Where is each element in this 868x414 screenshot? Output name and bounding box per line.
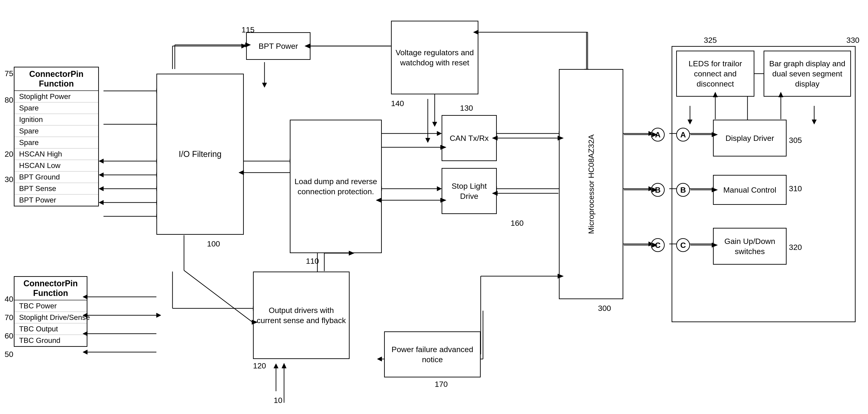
leds-trailer-box: LEDS for trailor connect and disconnect xyxy=(676,51,754,97)
row-hscan-high: HSCAN High xyxy=(14,148,98,160)
microprocessor-label: Microprocessor HC08AZ32A xyxy=(586,135,596,234)
ref-60: 60 xyxy=(5,331,13,341)
manual-control-box: Manual Control xyxy=(713,175,786,205)
row-spare-1: Spare xyxy=(14,102,98,114)
svg-marker-63 xyxy=(274,364,278,368)
ref-70: 70 xyxy=(5,313,13,322)
io-filtering-box: I/O Filtering xyxy=(156,73,244,235)
ref-75: 75 xyxy=(5,69,13,78)
svg-marker-11 xyxy=(99,186,103,191)
ref-160: 160 xyxy=(510,218,524,228)
circle-a-right: A xyxy=(676,128,690,142)
bar-graph-box: Bar graph display and dual seven segment… xyxy=(764,51,851,97)
ref-305: 305 xyxy=(789,136,802,145)
ref-40: 40 xyxy=(5,295,13,303)
svg-marker-22 xyxy=(156,313,161,318)
ref-140: 140 xyxy=(391,99,404,108)
ref-30: 30 xyxy=(5,175,13,184)
svg-marker-8 xyxy=(99,173,103,177)
row-tbc-ground: TBC Ground xyxy=(14,335,87,346)
svg-marker-37 xyxy=(426,138,430,143)
display-driver-box: Display Driver xyxy=(713,120,786,156)
row-spare-2: Spare xyxy=(14,125,98,137)
svg-marker-98 xyxy=(282,363,286,368)
load-dump-box: Load dump and reverse connection protect… xyxy=(290,120,382,253)
ref-80: 80 xyxy=(5,95,13,105)
ref-330: 330 xyxy=(846,36,860,45)
ref-10: 10 xyxy=(274,396,282,405)
row-ignition: Ignition xyxy=(14,114,98,125)
svg-marker-39 xyxy=(437,131,442,136)
stop-light-box: Stop Light Drive xyxy=(442,168,497,214)
circle-b-right: B xyxy=(676,183,690,197)
ref-300: 300 xyxy=(598,304,611,313)
ref-310: 310 xyxy=(789,184,802,193)
ref-320: 320 xyxy=(789,243,802,252)
row-stoplight-drive: Stoplight Drive/Sense xyxy=(14,312,87,323)
svg-marker-88 xyxy=(432,122,437,126)
svg-marker-65 xyxy=(377,357,382,361)
svg-marker-33 xyxy=(262,83,267,87)
svg-marker-26 xyxy=(83,350,87,354)
ref-20: 20 xyxy=(5,150,13,158)
circle-b-left: B xyxy=(651,183,665,197)
connector-bottom-table: ConnectorPinFunction TBC Power Stoplight… xyxy=(14,276,87,347)
row-spare-3: Spare xyxy=(14,137,98,148)
svg-marker-14 xyxy=(99,200,103,205)
row-hscan-low: HSCAN Low xyxy=(14,160,98,172)
row-tbc-power: TBC Power xyxy=(14,300,87,312)
ref-120: 120 xyxy=(253,361,266,370)
voltage-reg-box: Voltage regulators and watchdog with res… xyxy=(391,21,478,94)
row-bpt-power: BPT Power xyxy=(14,195,98,206)
row-tbc-output: TBC Output xyxy=(14,323,87,335)
ref-130: 130 xyxy=(460,104,473,113)
connector-bottom-header: ConnectorPinFunction xyxy=(14,277,87,300)
row-bpt-ground: BPT Ground xyxy=(14,172,98,183)
row-bpt-sense: BPT Sense xyxy=(14,183,98,195)
gain-switches-box: Gain Up/Down switches xyxy=(713,228,786,265)
ref-50: 50 xyxy=(5,350,13,359)
svg-marker-31 xyxy=(242,44,246,48)
microprocessor-box: Microprocessor HC08AZ32A xyxy=(559,69,623,299)
block-diagram: 115 BPT Power Voltage regulators and wat… xyxy=(0,0,868,414)
can-txrx-box: CAN Tx/Rx xyxy=(442,115,497,161)
svg-line-95 xyxy=(184,270,252,322)
ref-110: 110 xyxy=(306,257,319,266)
svg-marker-5 xyxy=(99,159,103,164)
svg-marker-42 xyxy=(437,186,442,191)
ref-325: 325 xyxy=(704,36,717,45)
circle-c-left: C xyxy=(651,238,665,252)
connector-top-table: ConnectorPinFunction Stoplight Power Spa… xyxy=(14,67,99,206)
circle-a-left: A xyxy=(651,128,665,142)
circle-c-right: C xyxy=(676,238,690,252)
power-failure-box: Power failure advanced notice xyxy=(384,331,481,377)
ref-100: 100 xyxy=(207,239,220,248)
output-drivers-box: Output drivers with current sense and fl… xyxy=(253,271,349,359)
connector-top-header: ConnectorPinFunction xyxy=(14,67,98,91)
row-stoplight-power: Stoplight Power xyxy=(14,91,98,102)
bpt-power-box: BPT Power xyxy=(246,32,310,60)
ref-170: 170 xyxy=(435,380,448,389)
